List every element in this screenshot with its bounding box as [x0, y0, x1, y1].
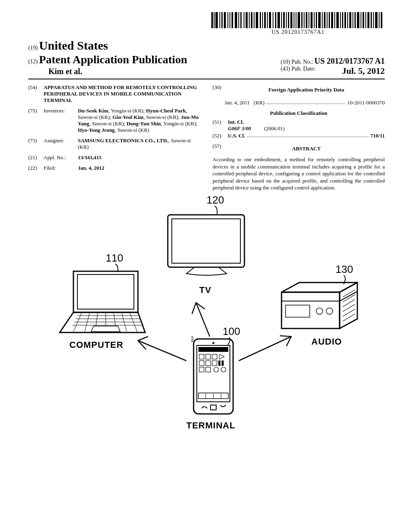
- intcl-edition: (2006.01): [264, 125, 285, 131]
- pubno-code: (10): [281, 59, 290, 65]
- intcl-symbol: G06F 3/00: [228, 125, 251, 131]
- svg-rect-65: [381, 12, 382, 28]
- assignee: SAMSUNG ELECTRONICS CO., LTD., Suwon-si …: [78, 137, 200, 150]
- country: United States: [39, 39, 108, 52]
- svg-rect-8: [232, 12, 233, 28]
- filed: Jan. 4, 2012: [78, 165, 200, 171]
- svg-rect-38: [311, 12, 313, 28]
- abstract-text: According to one embodiment, a method fo…: [213, 156, 385, 191]
- svg-rect-31: [294, 12, 294, 28]
- inventors-label: Inventors:: [44, 108, 78, 133]
- svg-rect-47: [334, 12, 335, 28]
- svg-rect-43: [324, 12, 325, 28]
- applno-label: Appl. No.:: [44, 154, 78, 161]
- pubno: US 2012/0173767 A1: [315, 56, 385, 65]
- svg-rect-42: [322, 12, 323, 28]
- biblio: (54) APPARATUS AND METHOD FOR REMOTELY C…: [28, 84, 385, 191]
- svg-rect-46: [331, 12, 333, 28]
- svg-rect-13: [246, 12, 248, 28]
- svg-rect-28: [286, 12, 287, 28]
- applno: 13/343,415: [78, 154, 200, 161]
- svg-rect-2: [215, 12, 218, 28]
- barcode-area: US 20120173767A1: [28, 12, 385, 35]
- biblio-left: (54) APPARATUS AND METHOD FOR REMOTELY C…: [28, 84, 200, 191]
- svg-rect-55: [355, 12, 356, 28]
- front-figure: 120 TV 110: [53, 216, 360, 441]
- masthead-right: (10) Pub. No.: US 2012/0173767 A1 (43) P…: [281, 56, 385, 76]
- intcl-label: Int. Cl.: [228, 119, 244, 125]
- assignee-code: (73): [28, 137, 44, 150]
- filed-code: (22): [28, 165, 44, 171]
- title-code: (54): [28, 84, 44, 104]
- masthead-rule: [28, 79, 385, 79]
- ref-120: 120: [206, 194, 224, 206]
- svg-rect-44: [327, 12, 327, 28]
- abstract-code: (57): [213, 143, 228, 154]
- svg-rect-30: [290, 12, 292, 28]
- svg-rect-50: [342, 12, 343, 28]
- svg-rect-33: [298, 12, 300, 28]
- svg-rect-45: [329, 12, 330, 28]
- svg-rect-9: [235, 12, 237, 28]
- foreign-head: Foreign Application Priority Data: [228, 87, 385, 93]
- masthead: (19) United States (12) Patent Applicati…: [28, 39, 385, 76]
- svg-rect-56: [357, 12, 359, 28]
- svg-rect-6: [227, 12, 228, 28]
- inventors-code: (75): [28, 108, 44, 133]
- svg-rect-5: [224, 12, 226, 28]
- svg-rect-41: [318, 12, 321, 28]
- applno-code: (21): [28, 154, 44, 161]
- svg-rect-17: [256, 12, 258, 28]
- svg-rect-35: [304, 12, 305, 28]
- svg-rect-51: [344, 12, 346, 28]
- masthead-left: (19) United States (12) Patent Applicati…: [28, 39, 187, 76]
- connection-lines: [53, 216, 360, 441]
- svg-rect-59: [365, 12, 366, 28]
- svg-rect-25: [277, 12, 280, 28]
- barcode: US 20120173767A1: [211, 12, 385, 35]
- svg-rect-61: [371, 12, 372, 28]
- svg-line-122: [239, 337, 291, 361]
- foreign-no: 10-2011-0000370: [347, 100, 385, 106]
- barcode-text: US 20120173767A1: [211, 29, 385, 35]
- abstract-head: ABSTRACT: [228, 145, 385, 152]
- author-line: Kim et al.: [48, 67, 187, 76]
- svg-rect-34: [301, 12, 302, 28]
- svg-rect-10: [238, 12, 239, 28]
- svg-rect-14: [249, 12, 250, 28]
- svg-rect-22: [269, 12, 271, 28]
- assignee-label: Assignee:: [44, 137, 78, 150]
- filed-label: Filed:: [44, 165, 78, 171]
- svg-rect-49: [340, 12, 341, 28]
- svg-rect-18: [260, 12, 261, 28]
- uscl-value: 710/11: [371, 133, 385, 139]
- svg-rect-0: [211, 12, 213, 28]
- pubdate: Jul. 5, 2012: [342, 66, 385, 76]
- pubdate-label: Pub. Date:: [292, 66, 315, 72]
- foreign-date: Jan. 4, 2011: [225, 100, 250, 106]
- svg-rect-15: [251, 12, 252, 28]
- foreign-code: (30): [213, 84, 228, 96]
- patent-cover-page: US 20120173767A1 (19) United States (12)…: [0, 0, 413, 532]
- svg-rect-32: [296, 12, 296, 28]
- svg-rect-21: [267, 12, 268, 28]
- svg-rect-57: [361, 12, 361, 28]
- svg-rect-1: [214, 12, 215, 28]
- svg-rect-20: [264, 12, 266, 28]
- svg-rect-4: [221, 12, 223, 28]
- svg-rect-24: [275, 12, 276, 28]
- svg-rect-3: [219, 12, 220, 28]
- svg-rect-12: [244, 12, 244, 28]
- svg-rect-27: [283, 12, 285, 28]
- uscl-label: U.S. Cl.: [228, 133, 245, 139]
- svg-rect-26: [281, 12, 282, 28]
- svg-rect-52: [347, 12, 348, 28]
- svg-line-120: [138, 341, 186, 361]
- svg-rect-11: [240, 12, 242, 28]
- svg-rect-29: [288, 12, 289, 28]
- svg-rect-39: [314, 12, 315, 28]
- svg-rect-60: [367, 12, 369, 28]
- doc-type: Patent Application Publication: [39, 53, 187, 66]
- svg-rect-53: [349, 12, 351, 28]
- svg-rect-63: [375, 12, 378, 28]
